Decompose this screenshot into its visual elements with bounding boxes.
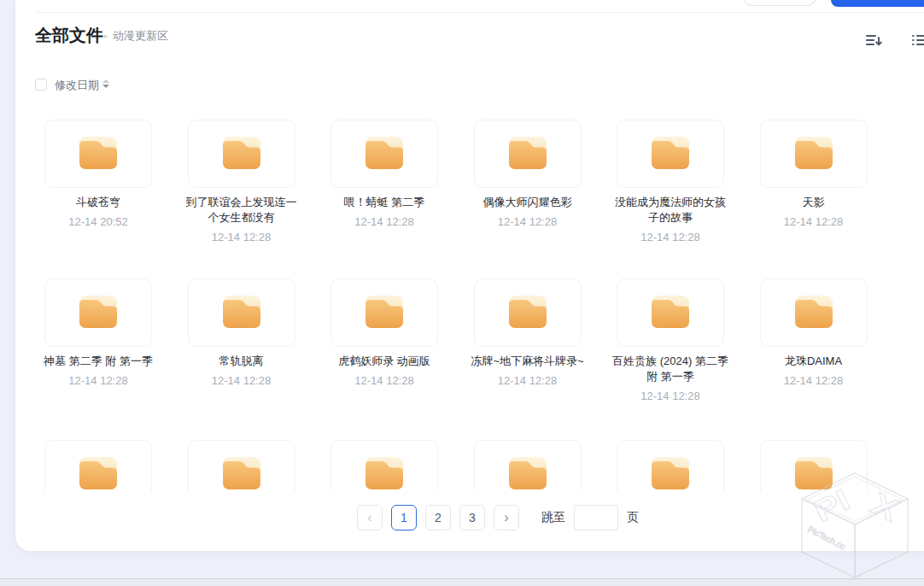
folder-item[interactable]: 神墓 第二季 附 第一季 12-14 12:28 xyxy=(44,278,152,347)
window-bottom-area xyxy=(0,579,924,586)
folder-card[interactable] xyxy=(617,440,724,491)
main-panel: 全部文件 ▸ 动漫更新区 修改日期 xyxy=(15,0,924,551)
folder-item[interactable]: 到了联谊会上发现连一个女生都没有 12-14 12:28 xyxy=(188,120,295,188)
folder-name[interactable]: 偶像大师闪耀色彩 xyxy=(470,195,586,210)
folder-meta: 喂！蜻蜓 第二季 12-14 12:28 xyxy=(326,195,442,229)
folder-date: 12-14 12:28 xyxy=(40,374,156,388)
folder-name[interactable]: 到了联谊会上发现连一个女生都没有 xyxy=(184,195,300,226)
folder-icon xyxy=(792,133,835,171)
folder-date: 12-14 12:28 xyxy=(326,215,442,229)
folder-item[interactable] xyxy=(760,440,868,491)
folder-meta: 斗破苍穹 12-14 20:52 xyxy=(40,195,156,229)
folder-meta: 冻牌~地下麻将斗牌录~ 12-14 12:28 xyxy=(470,354,586,388)
folder-icon xyxy=(77,133,120,171)
folder-card[interactable] xyxy=(760,440,868,491)
folder-name[interactable]: 龙珠DAIMA xyxy=(756,354,872,369)
folder-icon xyxy=(506,292,549,330)
folder-icon xyxy=(77,292,120,330)
folder-date: 12-14 12:28 xyxy=(470,215,586,229)
folder-icon xyxy=(649,454,692,491)
folder-card[interactable] xyxy=(44,120,152,188)
folder-item[interactable]: 斗破苍穹 12-14 20:52 xyxy=(44,120,152,188)
folder-item[interactable] xyxy=(188,440,295,491)
folder-item[interactable]: 常轨脱离 12-14 12:28 xyxy=(188,278,295,347)
folder-icon xyxy=(649,292,692,330)
folder-card[interactable] xyxy=(474,120,582,188)
page-button-2[interactable]: 2 xyxy=(425,505,451,530)
folder-item[interactable]: 百姓贵族 (2024) 第二季 附 第一季 12-14 12:28 xyxy=(617,278,724,347)
folder-item[interactable] xyxy=(617,440,724,491)
folder-card[interactable] xyxy=(188,278,295,347)
folder-icon xyxy=(506,133,549,171)
folder-meta: 偶像大师闪耀色彩 12-14 12:28 xyxy=(470,195,586,229)
folder-meta: 虎鹤妖师录 动画版 12-14 12:28 xyxy=(326,354,442,388)
folder-icon xyxy=(792,292,835,330)
folder-item[interactable]: 虎鹤妖师录 动画版 12-14 12:28 xyxy=(330,278,438,347)
folder-meta: 百姓贵族 (2024) 第二季 附 第一季 12-14 12:28 xyxy=(612,354,728,403)
folder-card[interactable] xyxy=(330,278,438,347)
folder-item[interactable] xyxy=(44,440,152,491)
folder-card[interactable] xyxy=(474,440,582,491)
folder-icon xyxy=(220,454,263,491)
folder-card[interactable] xyxy=(188,440,295,491)
folder-item[interactable] xyxy=(474,440,582,491)
page-unit-label: 页 xyxy=(627,510,639,525)
folder-name[interactable]: 没能成为魔法师的女孩子的故事 xyxy=(612,195,728,226)
folder-grid: 斗破苍穹 12-14 20:52 到了联谊会上发现连一个女生都没有 12-14 xyxy=(15,0,924,491)
pagination: ‹123›跳至页 xyxy=(357,505,639,530)
prev-page-button[interactable]: ‹ xyxy=(357,505,383,530)
page-button-1[interactable]: 1 xyxy=(391,505,417,530)
page-jump-input[interactable] xyxy=(574,505,618,530)
folder-date: 12-14 12:28 xyxy=(470,374,586,388)
folder-name[interactable]: 常轨脱离 xyxy=(184,354,300,369)
page-button-3[interactable]: 3 xyxy=(459,505,485,530)
folder-card[interactable] xyxy=(760,120,868,188)
folder-icon xyxy=(506,454,549,491)
folder-meta: 天影 12-14 12:28 xyxy=(756,195,872,229)
folder-card[interactable] xyxy=(617,120,724,188)
folder-name[interactable]: 天影 xyxy=(756,195,872,210)
folder-item[interactable]: 偶像大师闪耀色彩 12-14 12:28 xyxy=(474,120,582,188)
folder-date: 12-14 12:28 xyxy=(326,374,442,388)
folder-name[interactable]: 斗破苍穹 xyxy=(40,195,156,210)
folder-item[interactable]: 没能成为魔法师的女孩子的故事 12-14 12:28 xyxy=(617,120,724,188)
folder-name[interactable]: 虎鹤妖师录 动画版 xyxy=(326,354,442,369)
folder-item[interactable]: 冻牌~地下麻将斗牌录~ 12-14 12:28 xyxy=(474,278,582,347)
folder-icon xyxy=(363,133,406,171)
folder-meta: 常轨脱离 12-14 12:28 xyxy=(184,354,300,388)
folder-card[interactable] xyxy=(44,440,152,491)
folder-name[interactable]: 喂！蜻蜓 第二季 xyxy=(326,195,442,210)
folder-item[interactable] xyxy=(330,440,438,491)
folder-date: 12-14 12:28 xyxy=(184,231,300,244)
folder-date: 12-14 20:52 xyxy=(40,215,156,229)
folder-meta: 龙珠DAIMA 12-14 12:28 xyxy=(756,354,872,388)
folder-icon xyxy=(220,133,263,171)
folder-meta: 神墓 第二季 附 第一季 12-14 12:28 xyxy=(40,354,156,388)
folder-icon xyxy=(77,454,120,491)
folder-date: 12-14 12:28 xyxy=(756,215,872,229)
folder-meta: 没能成为魔法师的女孩子的故事 12-14 12:28 xyxy=(612,195,728,244)
folder-icon xyxy=(363,292,406,330)
folder-name[interactable]: 冻牌~地下麻将斗牌录~ xyxy=(470,354,586,369)
folder-name[interactable]: 神墓 第二季 附 第一季 xyxy=(40,354,156,369)
folder-item[interactable]: 喂！蜻蜓 第二季 12-14 12:28 xyxy=(330,120,438,188)
folder-card[interactable] xyxy=(760,278,868,347)
folder-card[interactable] xyxy=(617,278,724,347)
page-background: 全部文件 ▸ 动漫更新区 修改日期 xyxy=(0,0,924,586)
folder-card[interactable] xyxy=(44,278,152,347)
folder-meta: 到了联谊会上发现连一个女生都没有 12-14 12:28 xyxy=(184,195,300,244)
next-page-button[interactable]: › xyxy=(494,505,519,530)
jump-to-label: 跳至 xyxy=(541,510,565,525)
folder-icon xyxy=(220,292,263,330)
folder-card[interactable] xyxy=(330,120,438,188)
folder-icon xyxy=(649,133,692,171)
folder-card[interactable] xyxy=(330,440,438,491)
folder-date: 12-14 12:28 xyxy=(612,231,728,244)
folder-item[interactable]: 龙珠DAIMA 12-14 12:28 xyxy=(760,278,868,347)
folder-card[interactable] xyxy=(474,278,582,347)
folder-name[interactable]: 百姓贵族 (2024) 第二季 附 第一季 xyxy=(612,354,728,384)
folder-icon xyxy=(792,454,835,491)
folder-date: 12-14 12:28 xyxy=(756,374,872,388)
folder-item[interactable]: 天影 12-14 12:28 xyxy=(760,120,868,188)
folder-card[interactable] xyxy=(188,120,295,188)
